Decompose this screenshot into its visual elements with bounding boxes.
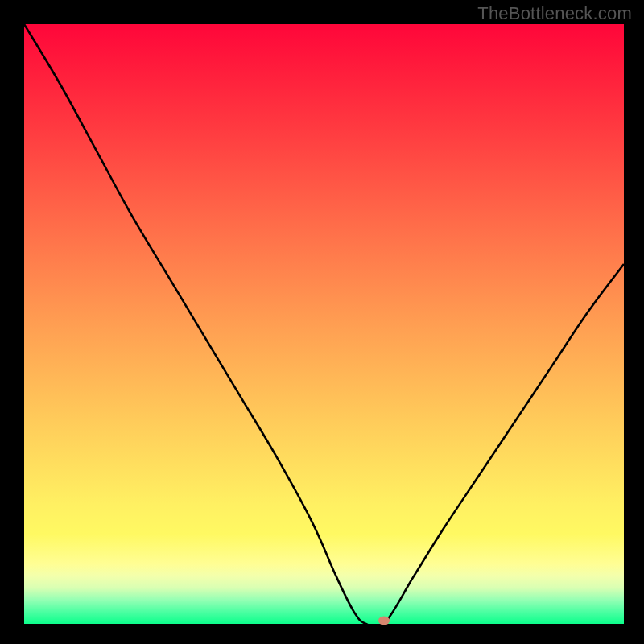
plot-area: [24, 24, 624, 624]
chart-container: TheBottleneck.com: [0, 0, 644, 644]
optimal-point-marker: [378, 617, 390, 625]
bottleneck-curve: [24, 24, 624, 624]
watermark-label: TheBottleneck.com: [477, 3, 632, 24]
bottleneck-curve-svg: [24, 24, 624, 624]
